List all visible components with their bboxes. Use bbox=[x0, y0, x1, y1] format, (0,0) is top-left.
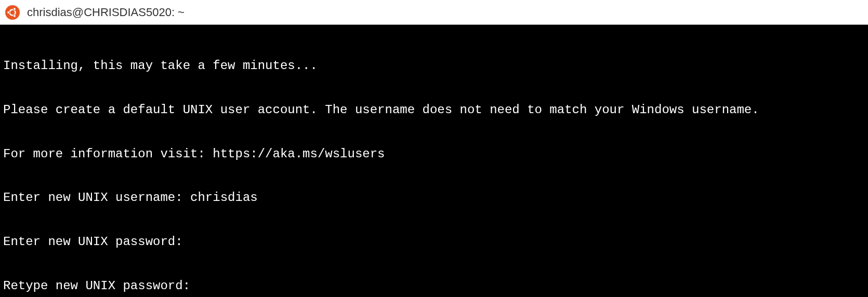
svg-point-3 bbox=[13, 7, 16, 10]
window-titlebar: chrisdias@CHRISDIAS5020: ~ bbox=[0, 0, 868, 25]
svg-point-2 bbox=[7, 11, 10, 14]
terminal-line: For more information visit: https://aka.… bbox=[3, 147, 865, 161]
ubuntu-icon bbox=[5, 5, 20, 20]
terminal-viewport[interactable]: Installing, this may take a few minutes.… bbox=[0, 25, 868, 297]
terminal-line: Installing, this may take a few minutes.… bbox=[3, 59, 865, 73]
terminal-line: Retype new UNIX password: bbox=[3, 279, 865, 293]
terminal-line: Enter new UNIX username: chrisdias bbox=[3, 191, 865, 205]
terminal-line: Please create a default UNIX user accoun… bbox=[3, 103, 865, 117]
window-title: chrisdias@CHRISDIAS5020: ~ bbox=[27, 6, 185, 19]
terminal-line: Enter new UNIX password: bbox=[3, 235, 865, 249]
svg-point-4 bbox=[13, 15, 16, 17]
